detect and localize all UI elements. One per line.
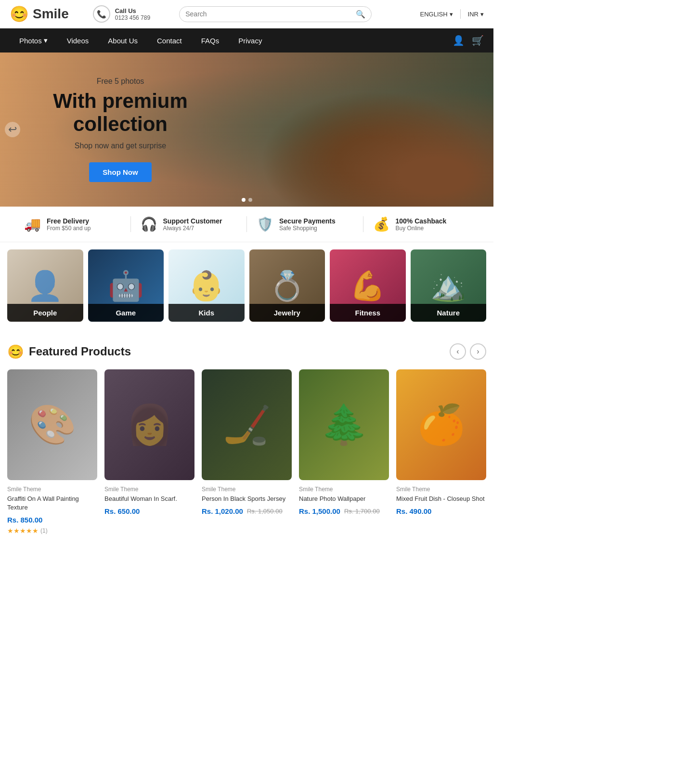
divider [460,9,461,19]
feature-support-sub: Always 24/7 [163,225,222,232]
products-grid: 🎨 Smile Theme Graffiti On A Wall Paintin… [7,369,486,535]
product-price-1: Rs. 850.00 [7,516,97,524]
features-bar: 🚚 Free Delivery From $50 and up 🎧 Suppor… [0,207,493,242]
category-fitness[interactable]: 💪 Fitness [330,249,406,322]
products-prev-button[interactable]: ‹ [450,343,466,360]
category-kids[interactable]: 👶 Kids [168,249,245,322]
product-image-1: 🎨 [7,369,97,480]
nav-item-privacy[interactable]: Privacy [229,30,272,52]
search-button[interactable]: 🔍 [356,10,365,19]
product-card-3[interactable]: 🏒 Smile Theme Person In Black Sports Jer… [202,369,292,535]
product-price-4: Rs. 1,500.00 Rs. 1,700.00 [299,507,389,515]
feature-delivery-text: Free Delivery From $50 and up [47,217,91,232]
hero-content: Free 5 photos With premium collection Sh… [0,63,241,197]
account-icon[interactable]: 👤 [453,35,465,46]
product-brand-1: Smile Theme [7,486,97,493]
nav-icons: 👤 🛒 [453,35,484,46]
chevron-down-icon: ▾ [44,36,48,45]
hero-dot-1[interactable] [242,198,246,202]
cart-icon[interactable]: 🛒 [472,35,484,46]
category-game[interactable]: 🤖 Game [88,249,164,322]
feature-support-text: Support Customer Always 24/7 [163,217,222,232]
chevron-down-icon: ▾ [480,11,484,18]
star-icon: ★★★★★ [7,527,39,535]
product-name-1: Graffiti On A Wall Painting Texture [7,495,97,512]
language-selector[interactable]: ENGLISH ▾ [420,11,453,18]
product-image-4: 🌲 [299,369,389,480]
product-card-2[interactable]: 👩 Smile Theme Beautiful Woman In Scarf. … [104,369,194,535]
product-brand-4: Smile Theme [299,486,389,493]
nav-item-faqs[interactable]: FAQs [192,30,229,52]
feature-payments-title: Secure Payments [279,217,336,225]
category-nature-label: Nature [411,304,487,322]
featured-title: Featured Products [29,345,131,358]
product-original-price-3: Rs. 1,050.00 [247,508,283,515]
category-jewelry[interactable]: 💍 Jewelry [249,249,325,322]
logo-text: Smile [33,6,69,22]
product-price-2: Rs. 650.00 [104,507,194,515]
hero-rocks-decoration [197,52,493,207]
nav-item-about[interactable]: About Us [98,30,147,52]
product-current-price-2: Rs. 650.00 [104,507,140,515]
category-kids-label: Kids [168,304,245,322]
category-nature[interactable]: 🏔️ Nature [411,249,487,322]
nav-item-contact[interactable]: Contact [147,30,192,52]
product-current-price-4: Rs. 1,500.00 [299,507,340,515]
product-current-price-5: Rs. 490.00 [396,507,431,515]
products-next-button[interactable]: › [470,343,486,360]
feature-cashback-sub: Buy Online [396,225,447,232]
delivery-icon: 🚚 [24,216,41,232]
hero-prev-button[interactable]: ↩ [5,122,20,137]
payments-icon: 🛡️ [257,216,273,232]
feature-payments-sub: Safe Shopping [279,225,336,232]
feature-cashback-title: 100% Cashback [396,217,447,225]
category-jewelry-label: Jewelry [249,304,325,322]
call-info: Call Us 0123 456 789 [115,7,150,21]
hero-dots [242,198,252,202]
feature-free-delivery: 🚚 Free Delivery From $50 and up [14,216,130,232]
product-current-price-1: Rs. 850.00 [7,516,42,524]
call-area: 📞 Call Us 0123 456 789 [93,5,150,23]
search-input[interactable] [185,10,352,18]
review-count-1: (1) [40,527,48,534]
product-name-2: Beautiful Woman In Scarf. [104,495,194,503]
product-brand-3: Smile Theme [202,486,292,493]
nav-item-videos[interactable]: Videos [57,30,99,52]
featured-section: 😊 Featured Products ‹ › 🎨 Smile Theme Gr… [0,329,493,544]
hero-title: With premium collection [29,90,212,136]
feature-cashback: 💰 100% Cashback Buy Online [363,216,479,232]
product-brand-2: Smile Theme [104,486,194,493]
feature-support: 🎧 Support Customer Always 24/7 [130,216,247,232]
category-game-label: Game [88,304,164,322]
header-right: ENGLISH ▾ INR ▾ [420,9,484,19]
feature-payments: 🛡️ Secure Payments Safe Shopping [246,216,363,232]
navbar: Photos ▾ Videos About Us Contact FAQs Pr… [0,28,493,52]
feature-delivery-title: Free Delivery [47,217,91,225]
featured-header: 😊 Featured Products ‹ › [7,343,486,360]
feature-payments-text: Secure Payments Safe Shopping [279,217,336,232]
search-bar[interactable]: 🔍 [179,6,372,22]
hero-dot-2[interactable] [248,198,252,202]
phone-icon: 📞 [93,5,110,23]
feature-cashback-text: 100% Cashback Buy Online [396,217,447,232]
product-image-2: 👩 [104,369,194,480]
product-card-4[interactable]: 🌲 Smile Theme Nature Photo Wallpaper Rs.… [299,369,389,535]
feature-support-title: Support Customer [163,217,222,225]
product-current-price-3: Rs. 1,020.00 [202,507,243,515]
product-card-5[interactable]: 🍊 Smile Theme Mixed Fruit Dish - Closeup… [396,369,486,535]
chevron-down-icon: ▾ [450,11,453,18]
product-original-price-4: Rs. 1,700.00 [344,508,380,515]
logo[interactable]: 😊 Smile [10,5,69,23]
currency-selector[interactable]: INR ▾ [468,11,484,18]
categories-row: 👤 People 🤖 Game 👶 Kids 💍 Jewelry 💪 Fitne… [0,242,493,329]
product-price-3: Rs. 1,020.00 Rs. 1,050.00 [202,507,292,515]
call-number: 0123 456 789 [115,14,150,21]
nav-item-photos[interactable]: Photos ▾ [10,29,57,52]
product-nav-arrows: ‹ › [450,343,486,360]
product-card-1[interactable]: 🎨 Smile Theme Graffiti On A Wall Paintin… [7,369,97,535]
logo-icon: 😊 [10,5,29,23]
hero-banner: ↩ Free 5 photos With premium collection … [0,52,493,207]
category-people[interactable]: 👤 People [7,249,83,322]
hero-cta-button[interactable]: Shop Now [89,162,151,182]
product-name-5: Mixed Fruit Dish - Closeup Shot [396,495,486,503]
